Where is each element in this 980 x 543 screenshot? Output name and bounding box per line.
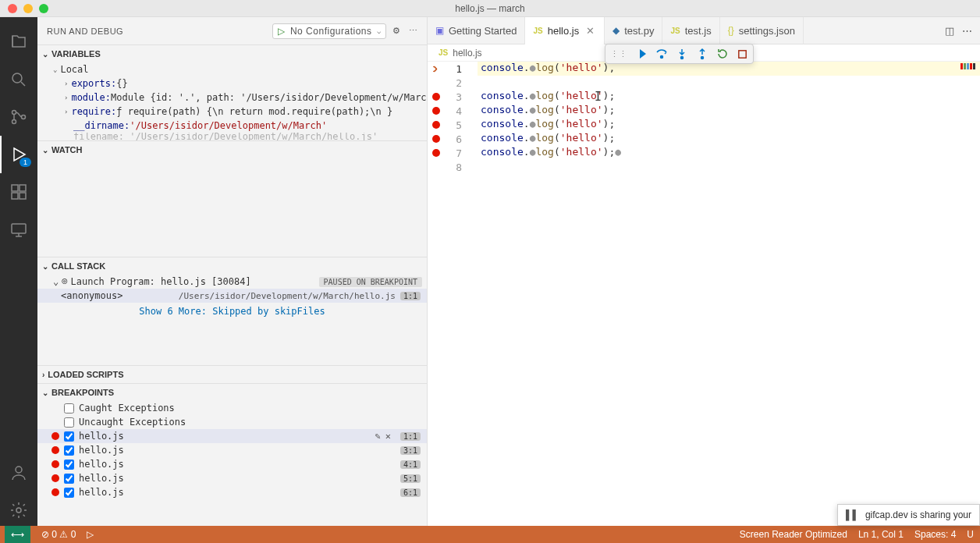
tab-test-js[interactable]: JS test.js bbox=[662, 17, 719, 44]
code-line[interactable]: console.●log('hello'); bbox=[478, 118, 980, 132]
breakpoint-dot-icon[interactable] bbox=[432, 121, 440, 129]
remote-indicator[interactable]: ⟷ bbox=[5, 526, 30, 543]
run-debug-icon[interactable]: 1 bbox=[0, 136, 37, 173]
code-line[interactable]: console.●log('hello'); bbox=[478, 104, 980, 118]
search-icon[interactable] bbox=[0, 61, 37, 98]
debug-start-icon[interactable]: ▷ bbox=[87, 529, 94, 540]
svg-rect-5 bbox=[20, 185, 26, 191]
line-number[interactable]: 1 bbox=[428, 62, 478, 76]
code-editor[interactable]: 12345678 console.●log('hello'),console.●… bbox=[428, 62, 980, 529]
breakpoint-caught-exceptions[interactable]: Caught Exceptions bbox=[37, 401, 427, 415]
line-number[interactable]: 8 bbox=[428, 160, 478, 174]
chevron-down-icon: ⌄ bbox=[42, 389, 48, 397]
remote-icon[interactable] bbox=[0, 211, 37, 248]
variable-row[interactable]: __dirname: '/Users/isidor/Development/w/… bbox=[37, 119, 427, 133]
breakpoint-row[interactable]: hello.js 5:1 bbox=[37, 471, 427, 485]
step-into-button[interactable] bbox=[676, 48, 688, 60]
show-more-frames[interactable]: Show 6 More: Skipped by skipFiles bbox=[37, 303, 427, 320]
variable-row[interactable]: › require: ƒ require(path) {\n return mo… bbox=[37, 105, 427, 119]
tab-hello-js[interactable]: JS hello.js ✕ bbox=[525, 17, 605, 44]
screen-share-toast[interactable]: ▌▌ gifcap.dev is sharing your bbox=[837, 504, 980, 526]
variables-section-header[interactable]: ⌄ VARIABLES bbox=[37, 45, 427, 62]
js-file-icon: JS bbox=[533, 27, 542, 35]
breakpoint-dot-icon[interactable] bbox=[432, 149, 440, 157]
restart-button[interactable] bbox=[716, 48, 729, 60]
tab-test-py[interactable]: ◆ test.py bbox=[605, 17, 662, 44]
code-line[interactable] bbox=[478, 76, 980, 90]
code-line[interactable] bbox=[478, 160, 980, 174]
breakpoint-dot-icon[interactable] bbox=[432, 107, 440, 115]
debug-toolbar[interactable]: ⋮⋮ bbox=[605, 44, 754, 64]
breakpoint-row[interactable]: hello.js 3:1 bbox=[37, 443, 427, 457]
gear-icon[interactable]: ⚙ bbox=[392, 26, 401, 36]
callstack-thread[interactable]: ⌄ ⌾ Launch Program: hello.js [30084] PAU… bbox=[37, 275, 427, 289]
extensions-icon[interactable] bbox=[0, 173, 37, 211]
explorer-icon[interactable] bbox=[0, 23, 37, 61]
indentation-status[interactable]: Spaces: 4 bbox=[914, 529, 956, 540]
svg-point-11 bbox=[661, 56, 663, 59]
tab-getting-started[interactable]: ▣ Getting Started bbox=[428, 17, 525, 44]
step-out-button[interactable] bbox=[696, 48, 708, 60]
split-editor-icon[interactable]: ◫ bbox=[945, 25, 954, 37]
svg-point-2 bbox=[12, 120, 16, 124]
minimize-window-button[interactable] bbox=[23, 4, 33, 13]
checkbox[interactable] bbox=[64, 488, 74, 498]
checkbox[interactable] bbox=[64, 403, 74, 413]
minimap[interactable] bbox=[918, 62, 980, 77]
debug-bug-icon: ⌾ bbox=[62, 276, 67, 287]
breakpoint-uncaught-exceptions[interactable]: Uncaught Exceptions bbox=[37, 415, 427, 429]
checkbox[interactable] bbox=[64, 431, 74, 442]
variables-scope-local[interactable]: ⌄ Local bbox=[37, 62, 427, 76]
breakpoint-row[interactable]: hello.js ✎ ✕ 1:1 bbox=[37, 429, 427, 443]
breakpoint-row[interactable]: hello.js 4:1 bbox=[37, 457, 427, 471]
screen-reader-status[interactable]: Screen Reader Optimized bbox=[740, 529, 847, 540]
stop-button[interactable] bbox=[737, 48, 748, 60]
variable-row[interactable]: › exports: {} bbox=[37, 76, 427, 90]
checkbox[interactable] bbox=[64, 474, 74, 484]
chevron-down-icon: ⌄ bbox=[42, 50, 48, 59]
continue-button[interactable] bbox=[635, 48, 648, 60]
more-icon[interactable]: ⋯ bbox=[962, 25, 972, 37]
stack-frame[interactable]: <anonymous> /Users/isidor/Development/w/… bbox=[37, 289, 427, 303]
watch-section-header[interactable]: ⌄ WATCH bbox=[37, 141, 427, 158]
variable-row[interactable]: › module: Module {id: '.', path: '/Users… bbox=[37, 90, 427, 105]
edit-icon[interactable]: ✎ bbox=[375, 431, 380, 442]
breakpoint-dot-icon[interactable] bbox=[432, 93, 440, 101]
close-window-button[interactable] bbox=[8, 4, 17, 13]
source-control-icon[interactable] bbox=[0, 98, 37, 136]
tab-settings-json[interactable]: {} settings.json bbox=[720, 17, 804, 44]
breakpoint-row[interactable]: hello.js 6:1 bbox=[37, 485, 427, 499]
breakpoints-section-header[interactable]: ⌄ BREAKPOINTS bbox=[37, 384, 427, 401]
loaded-scripts-section-header[interactable]: › LOADED SCRIPTS bbox=[37, 366, 427, 383]
breakpoint-dot-icon bbox=[51, 432, 59, 440]
line-number[interactable]: 3 bbox=[428, 90, 478, 104]
code-line[interactable]: console.●log('hello'); bbox=[478, 132, 980, 146]
line-number[interactable]: 2 bbox=[428, 76, 478, 90]
close-icon[interactable]: ✕ bbox=[385, 431, 391, 442]
accounts-icon[interactable] bbox=[0, 454, 37, 492]
maximize-window-button[interactable] bbox=[39, 4, 48, 13]
callstack-section-header[interactable]: ⌄ CALL STACK bbox=[37, 257, 427, 275]
debug-config-select[interactable]: ▷ No Configurations ⌵ bbox=[272, 23, 386, 39]
grip-icon[interactable]: ⋮⋮ bbox=[610, 49, 627, 59]
checkbox[interactable] bbox=[64, 445, 74, 456]
code-line[interactable]: console.●log('hello'); bbox=[478, 90, 980, 104]
encoding-status[interactable]: U bbox=[967, 529, 974, 540]
cursor-position[interactable]: Ln 1, Col 1 bbox=[858, 529, 904, 540]
settings-gear-icon[interactable] bbox=[0, 492, 37, 529]
checkbox[interactable] bbox=[64, 417, 74, 428]
step-over-button[interactable] bbox=[655, 48, 668, 60]
js-file-icon: JS bbox=[439, 48, 448, 57]
more-icon[interactable]: ⋯ bbox=[409, 26, 418, 36]
variable-row[interactable]: filename: '/Users/isidor/Development/w/M… bbox=[37, 133, 427, 140]
line-number[interactable]: 4 bbox=[428, 104, 478, 118]
breakpoint-dot-icon[interactable] bbox=[432, 135, 440, 143]
checkbox[interactable] bbox=[64, 460, 74, 470]
line-number[interactable]: 7 bbox=[428, 146, 478, 160]
code-line[interactable]: console.●log('hello');● bbox=[478, 146, 980, 160]
chevron-right-icon: › bbox=[42, 371, 44, 379]
close-tab-icon[interactable]: ✕ bbox=[584, 25, 596, 37]
line-number[interactable]: 6 bbox=[428, 132, 478, 146]
errors-warnings[interactable]: ⊘ 0 ⚠ 0 bbox=[41, 529, 76, 540]
line-number[interactable]: 5 bbox=[428, 118, 478, 132]
